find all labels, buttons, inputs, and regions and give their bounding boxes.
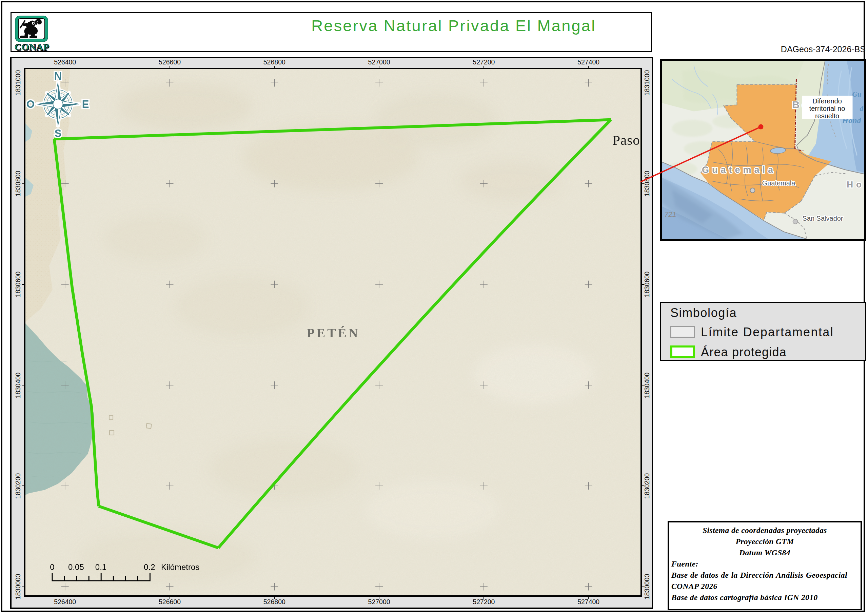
svg-text:territorial no: territorial no	[809, 105, 845, 112]
svg-text:Paso: Paso	[612, 132, 640, 148]
svg-text:Guatemala: Guatemala	[702, 165, 776, 175]
svg-text:721: 721	[665, 210, 676, 218]
svg-text:resuelto: resuelto	[815, 112, 839, 120]
svg-text:San Salvador: San Salvador	[802, 215, 843, 222]
svg-text:PETÉN: PETÉN	[307, 326, 360, 340]
svg-text:O: O	[27, 98, 34, 110]
svg-text:Kilómetros: Kilómetros	[161, 562, 199, 571]
svg-text:S: S	[55, 128, 62, 139]
svg-text:Ho: Ho	[847, 180, 865, 189]
svg-text:0.2: 0.2	[144, 562, 155, 571]
svg-text:d: d	[860, 105, 863, 112]
svg-text:N: N	[54, 70, 62, 82]
svg-text:0.1: 0.1	[95, 562, 106, 571]
svg-text:E: E	[82, 98, 89, 110]
svg-text:Gu: Gu	[852, 90, 862, 98]
svg-text:0: 0	[50, 562, 54, 571]
svg-text:Guatemala: Guatemala	[762, 180, 796, 187]
svg-text:Diferendo: Diferendo	[812, 97, 842, 105]
svg-text:0.05: 0.05	[68, 562, 84, 571]
